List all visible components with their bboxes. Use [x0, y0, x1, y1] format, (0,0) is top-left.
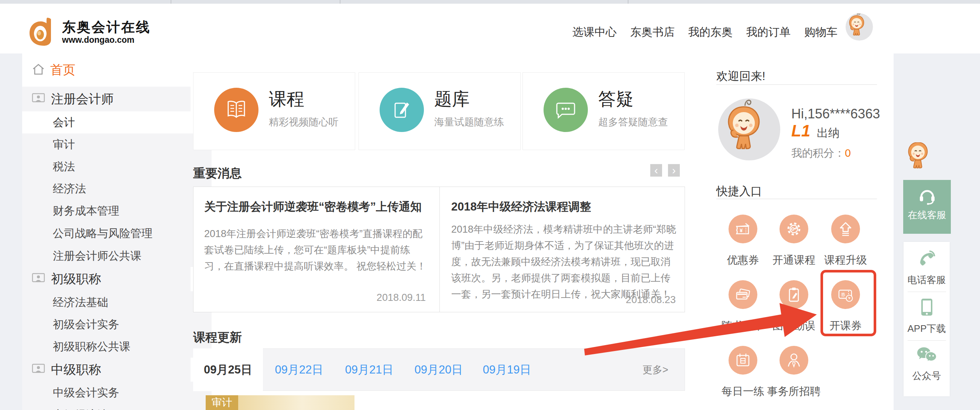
nav-bookstore[interactable]: 东奥书店 — [630, 25, 675, 40]
gear-key-icon — [780, 215, 808, 243]
sidebar-section-intermediate[interactable]: 中级职称 — [22, 358, 191, 382]
subject-badge-bar — [238, 395, 355, 410]
gift-card-icon — [729, 280, 757, 309]
member-greeting: Hi,156****6363 — [791, 106, 880, 122]
more-link[interactable]: 更多> — [643, 348, 668, 391]
wechat-icon — [916, 360, 938, 366]
quick-entry-divider — [716, 199, 877, 199]
tab-date-0922[interactable]: 09月22日 — [270, 348, 329, 391]
teacher-screen-icon — [32, 364, 45, 376]
logo-url: www.dongao.com — [62, 35, 151, 45]
quick-entry-coupons[interactable]: ¥ 优惠券 — [713, 215, 773, 268]
welcome-heading: 欢迎回来! — [716, 68, 765, 84]
tab-divider — [628, 0, 628, 4]
recruiting-icon — [780, 346, 808, 375]
sidebar-home-label: 首页 — [50, 62, 75, 79]
quick-entry-course-upgrade[interactable]: 课程升级 — [816, 215, 875, 268]
service-mascot — [904, 142, 950, 180]
sidebar-item-economic-law[interactable]: 经济法 — [22, 178, 212, 200]
chat-icon — [544, 88, 588, 132]
top-nav: 选课中心 东奥书店 我的东奥 我的订单 购物车 — [572, 7, 837, 57]
coupon-icon: ¥ — [729, 215, 757, 243]
svg-text:¥: ¥ — [740, 227, 743, 233]
chevron-left-icon: ‹ — [654, 164, 658, 177]
daily-practice-icon — [729, 346, 757, 375]
sidebar-item-financial-mgmt[interactable]: 财务成本管理 — [22, 200, 212, 222]
sidebar-item-accounting-active[interactable]: 会计 — [22, 111, 212, 133]
news-item-date: 2018.09.11 — [315, 292, 426, 304]
quick-entry-book-gift-card[interactable]: 随书赠卡 — [713, 280, 773, 333]
member-avatar[interactable] — [718, 98, 780, 160]
sidebar-item-junior-practice[interactable]: 初级会计实务 — [22, 313, 212, 336]
teacher-screen-icon — [32, 273, 45, 285]
app-download-item[interactable]: APP下载 — [904, 297, 950, 335]
sidebar-item-tax-law[interactable]: 税法 — [22, 155, 212, 178]
logo-title: 东奥会计在线 — [62, 20, 151, 35]
site-logo[interactable]: 东奥会计在线 www.dongao.com — [27, 17, 151, 48]
site-header: 东奥会计在线 www.dongao.com 选课中心 东奥书店 我的东奥 我的订… — [0, 4, 980, 54]
tab-date-0919[interactable]: 09月19日 — [477, 348, 536, 391]
sidebar-item-econ-law-basics[interactable]: 经济法基础 — [22, 291, 212, 313]
news-item-date: 2018.08.23 — [565, 294, 676, 306]
news-heading: 重要消息 — [193, 165, 242, 182]
course-updates-heading: 课程更新 — [193, 329, 242, 346]
quick-entry-activate-course[interactable]: 开通课程 — [764, 215, 823, 268]
news-column-divider — [439, 187, 440, 312]
carousel-next-button[interactable]: › — [668, 164, 680, 177]
sidebar-item-strategy-risk[interactable]: 公司战略与风险管理 — [22, 222, 212, 245]
sidebar-item-home[interactable]: 首页 — [22, 54, 191, 87]
welcome-divider — [716, 84, 877, 85]
home-icon — [32, 63, 45, 77]
feature-card-courses[interactable]: 课程 精彩视频随心听 — [193, 72, 355, 150]
sidebar-item-audit[interactable]: 审计 — [22, 133, 212, 155]
phone-icon — [917, 264, 937, 270]
tab-divider — [170, 0, 171, 4]
points-value: 0 — [845, 147, 851, 159]
tablet-icon — [918, 313, 936, 319]
user-avatar[interactable] — [846, 13, 873, 41]
feature-card-question-bank[interactable]: 题库 海量试题随意练 — [358, 72, 521, 150]
headset-icon — [903, 187, 951, 207]
pencil-square-icon — [380, 88, 424, 132]
tab-divider — [340, 0, 340, 4]
service-card: 电话客服 APP下载 公众号 — [904, 242, 950, 396]
online-service-button[interactable]: 在线客服 — [903, 180, 951, 234]
news-item-body: 2018年中级经济法，模考精讲班中的主讲老师“郑晓博”由于老师近期身体不适，为了… — [451, 221, 677, 302]
sidebar-section-cpa[interactable]: 注册会计师 — [22, 87, 191, 111]
feature-card-qa[interactable]: 答疑 超多答疑随意查 — [522, 72, 685, 150]
phone-service-item[interactable]: 电话客服 — [904, 242, 950, 287]
nav-my-dongao[interactable]: 我的东奥 — [688, 25, 733, 40]
online-service-label: 在线客服 — [903, 209, 951, 222]
dongao-member-home: 东奥会计在线 www.dongao.com 选课中心 东奥书店 我的东奥 我的订… — [0, 0, 980, 410]
nav-cart[interactable]: 购物车 — [804, 25, 837, 40]
member-level-name: 出纳 — [817, 125, 840, 141]
carousel-prev-button[interactable]: ‹ — [650, 164, 662, 177]
quick-entry-heading: 快捷入口 — [716, 184, 762, 199]
nav-course-center[interactable]: 选课中心 — [572, 25, 617, 40]
service-divider — [908, 340, 946, 341]
quick-entry-book-errata[interactable]: 图书勘误 — [764, 280, 823, 333]
errata-icon — [780, 280, 808, 309]
highlight-box-course-coupon — [821, 270, 876, 336]
quick-entry-firm-recruiting[interactable]: 事务所招聘 — [764, 346, 823, 399]
news-item-title[interactable]: 2018年中级经济法课程调整 — [451, 199, 673, 215]
sidebar-item-intermediate-econ-law[interactable]: 中级经济法 — [22, 404, 212, 410]
teacher-screen-icon — [32, 93, 45, 106]
news-item-body: 2018年注册会计师逆袭班“密卷模考”直播课程的配套试卷已陆续上传，您可在“题库… — [204, 226, 428, 274]
subject-badge-audit: 审计 — [206, 395, 238, 410]
news-item-title[interactable]: 关于注册会计师逆袭班“密卷模考”上传通知 — [204, 199, 426, 215]
sidebar-item-junior-public[interactable]: 初级职称公共课 — [22, 336, 212, 358]
tab-date-0925-active[interactable]: 09月25日 — [193, 348, 263, 391]
tab-date-0920[interactable]: 09月20日 — [409, 348, 468, 391]
upgrade-icon — [831, 215, 860, 243]
sidebar-item-cpa-public[interactable]: 注册会计师公共课 — [22, 245, 212, 267]
member-points: 我的积分：0 — [791, 146, 851, 161]
book-icon — [214, 88, 258, 132]
member-level-badge: L1 — [791, 122, 810, 140]
sidebar-section-junior[interactable]: 初级职称 — [22, 267, 191, 291]
quick-entry-daily-practice[interactable]: 每日一练 — [713, 346, 773, 399]
nav-my-orders[interactable]: 我的订单 — [746, 25, 791, 40]
sidebar-item-intermediate-practice[interactable]: 中级会计实务 — [22, 382, 212, 404]
wechat-official-item[interactable]: 公众号 — [904, 346, 950, 382]
tab-date-0921[interactable]: 09月21日 — [340, 348, 399, 391]
